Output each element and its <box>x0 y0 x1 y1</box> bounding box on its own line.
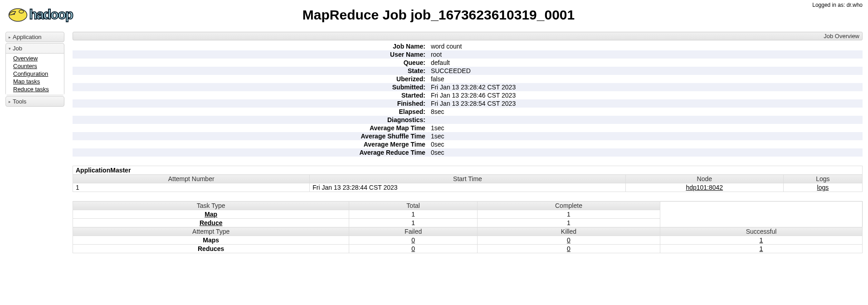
chevron-right-icon: ▸ <box>9 99 11 104</box>
table-row: 1 Fri Jan 13 23:28:44 CST 2023 hdp101:80… <box>73 183 863 192</box>
job-overview-table: Job Name:word countUser Name:rootQueue:d… <box>73 42 863 157</box>
kv-value: 1sec <box>428 124 863 132</box>
cell-total: 1 <box>349 210 478 219</box>
kv-key: Job Name: <box>73 42 428 50</box>
sidebar-label: Tools <box>13 98 26 105</box>
kv-row: Average Shuffle Time1sec <box>73 132 863 140</box>
kv-key: Diagnostics: <box>73 116 428 124</box>
kv-key: Uberized: <box>73 75 428 83</box>
kv-value: root <box>428 50 863 59</box>
kv-key: Finished: <box>73 99 428 108</box>
cell-complete: 1 <box>477 210 660 219</box>
kv-value: 8sec <box>428 108 863 116</box>
kv-key: Average Merge Time <box>73 140 428 148</box>
sidebar-item-overview[interactable]: Overview <box>6 54 64 62</box>
col-killed: Killed <box>477 227 660 236</box>
kv-row: Elapsed:8sec <box>73 108 863 116</box>
col-attempt-number: Attempt Number <box>73 175 310 183</box>
table-row: Maps 0 0 1 <box>73 236 863 245</box>
appmaster-section-header: ApplicationMaster <box>73 166 863 175</box>
sidebar-application[interactable]: ▸ Application <box>6 32 64 42</box>
reduce-link[interactable]: Reduce <box>200 219 223 226</box>
kv-value: word count <box>428 42 863 50</box>
col-attempt-type: Attempt Type <box>73 227 349 236</box>
kv-key: Average Shuffle Time <box>73 132 428 140</box>
map-link[interactable]: Map <box>205 211 217 218</box>
overview-bar: Job Overview <box>73 32 863 40</box>
kv-row: Average Merge Time0sec <box>73 140 863 148</box>
kv-row: Average Map Time1sec <box>73 124 863 132</box>
kv-row: Diagnostics: <box>73 116 863 124</box>
cell-total: 1 <box>349 219 478 227</box>
sidebar-item-map-tasks[interactable]: Map tasks <box>6 78 64 85</box>
col-total: Total <box>349 202 478 210</box>
successful-link[interactable]: 1 <box>760 236 763 244</box>
col-node: Node <box>625 175 783 183</box>
col-logs: Logs <box>783 175 862 183</box>
appmaster-table: ApplicationMaster Attempt Number Start T… <box>73 166 863 192</box>
killed-link[interactable]: 0 <box>567 236 571 244</box>
col-complete: Complete <box>477 202 660 210</box>
login-info: Logged in as: dr.who <box>812 2 863 8</box>
kv-row: Uberized:false <box>73 75 863 83</box>
kv-value: default <box>428 59 863 67</box>
kv-row: Finished:Fri Jan 13 23:28:54 CST 2023 <box>73 99 863 108</box>
kv-key: Average Reduce Time <box>73 148 428 157</box>
sidebar-job[interactable]: ▾ Job <box>6 44 64 53</box>
kv-key: Average Map Time <box>73 124 428 132</box>
node-link[interactable]: hdp101:8042 <box>686 184 723 191</box>
chevron-down-icon: ▾ <box>9 46 11 51</box>
cell-start: Fri Jan 13 23:28:44 CST 2023 <box>310 183 625 192</box>
kv-value: Fri Jan 13 23:28:46 CST 2023 <box>428 91 863 99</box>
killed-link[interactable]: 0 <box>567 245 571 252</box>
kv-row: Job Name:word count <box>73 42 863 50</box>
successful-link[interactable]: 1 <box>760 245 763 252</box>
logs-link[interactable]: logs <box>817 184 829 191</box>
page-title: MapReduce Job job_1673623610319_0001 <box>15 7 863 23</box>
sidebar: ▸ Application ▾ Job Overview Counters Co… <box>5 32 64 253</box>
sidebar-item-counters[interactable]: Counters <box>6 62 64 70</box>
chevron-right-icon: ▸ <box>9 35 11 39</box>
task-type-table: Task Type Total Complete Map 1 1 Reduce … <box>73 201 863 253</box>
sidebar-item-configuration[interactable]: Configuration <box>6 70 64 78</box>
col-start-time: Start Time <box>310 175 625 183</box>
kv-value: SUCCEEDED <box>428 67 863 75</box>
table-row: Reduces 0 0 1 <box>73 245 863 253</box>
col-failed: Failed <box>349 227 478 236</box>
kv-key: Submitted: <box>73 83 428 91</box>
kv-value: Fri Jan 13 23:28:54 CST 2023 <box>428 99 863 108</box>
kv-value: false <box>428 75 863 83</box>
cell-attempt-type: Reduces <box>198 245 224 252</box>
kv-value <box>428 116 863 124</box>
sidebar-tools[interactable]: ▸ Tools <box>6 97 64 106</box>
failed-link[interactable]: 0 <box>411 236 415 244</box>
kv-key: Elapsed: <box>73 108 428 116</box>
cell-attempt: 1 <box>73 183 310 192</box>
kv-row: Submitted:Fri Jan 13 23:28:42 CST 2023 <box>73 83 863 91</box>
kv-value: 1sec <box>428 132 863 140</box>
kv-row: Started:Fri Jan 13 23:28:46 CST 2023 <box>73 91 863 99</box>
kv-value: Fri Jan 13 23:28:42 CST 2023 <box>428 83 863 91</box>
kv-key: State: <box>73 67 428 75</box>
col-task-type: Task Type <box>73 202 349 210</box>
sidebar-label: Job <box>13 45 22 52</box>
col-successful: Successful <box>660 227 862 236</box>
kv-key: Started: <box>73 91 428 99</box>
kv-row: Queue:default <box>73 59 863 67</box>
main-content: Job Overview Job Name:word countUser Nam… <box>73 32 863 253</box>
cell-attempt-type: Maps <box>203 236 219 244</box>
sidebar-label: Application <box>13 34 42 40</box>
kv-row: State:SUCCEEDED <box>73 67 863 75</box>
kv-key: User Name: <box>73 50 428 59</box>
failed-link[interactable]: 0 <box>411 245 415 252</box>
kv-key: Queue: <box>73 59 428 67</box>
kv-row: User Name:root <box>73 50 863 59</box>
kv-value: 0sec <box>428 140 863 148</box>
cell-complete: 1 <box>477 219 660 227</box>
table-row: Reduce 1 1 <box>73 219 863 227</box>
kv-value: 0sec <box>428 148 863 157</box>
table-row: Map 1 1 <box>73 210 863 219</box>
kv-row: Average Reduce Time0sec <box>73 148 863 157</box>
sidebar-item-reduce-tasks[interactable]: Reduce tasks <box>6 85 64 93</box>
